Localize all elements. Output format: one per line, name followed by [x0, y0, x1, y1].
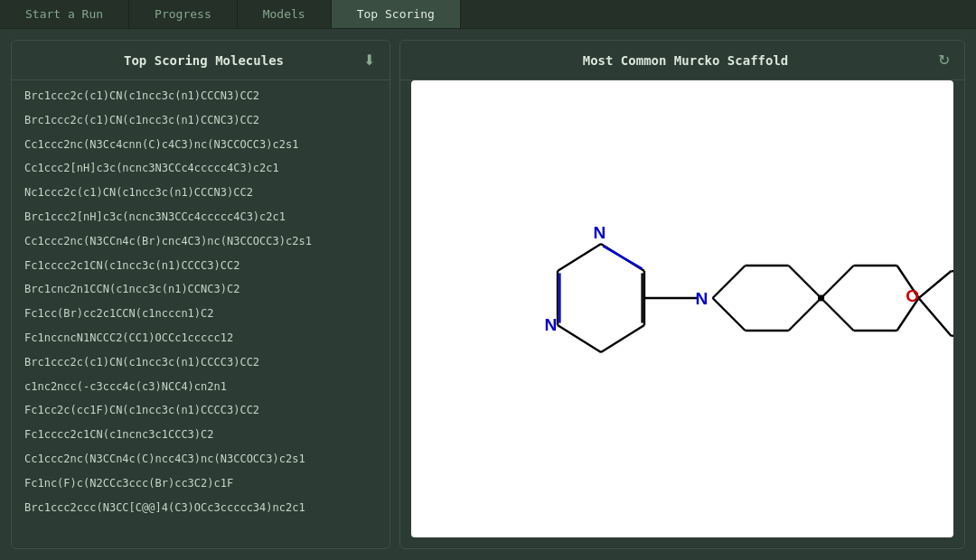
- molecule-item[interactable]: Nc1ccc2c(c1)CN(c1ncc3c(n1)CCCN3)CC2: [12, 181, 389, 205]
- download-icon: ⬇: [363, 51, 375, 69]
- scaffold-svg: N N N: [411, 80, 953, 537]
- molecule-item[interactable]: Cc1ccc2[nH]c3c(ncnc3N3CCc4ccccc4C3)c2c1: [12, 156, 389, 181]
- molecule-item[interactable]: Brc1ccc2c(c1)CN(c1ncc3c(n1)CCNC3)CC2: [12, 108, 389, 133]
- svg-text:O: O: [906, 286, 919, 305]
- svg-line-13: [713, 266, 746, 298]
- molecule-item[interactable]: Cc1ccc2nc(N3CCn4c(C)ncc4C3)nc(N3CCOCC3)c…: [12, 447, 389, 471]
- molecule-item[interactable]: Fc1nc(F)c(N2CCc3ccc(Br)cc3C2)c1F: [12, 471, 389, 496]
- molecule-item[interactable]: Brc1cnc2n1CCN(c1ncc3c(n1)CCNC3)C2: [12, 277, 389, 302]
- molecule-item[interactable]: Brc1ccc2c(c1)CN(c1ncc3c(n1)CCCC3)CC2: [12, 350, 389, 375]
- molecule-item[interactable]: Brc1ccc2ccc(N3CC[C@@]4(C3)OCc3ccccc34)nc…: [12, 496, 389, 520]
- refresh-button[interactable]: ↻: [936, 50, 952, 70]
- left-panel-header: Top Scoring Molecules ⬇: [12, 41, 389, 80]
- svg-line-31: [919, 298, 952, 336]
- molecule-item[interactable]: Brc1ccc2c(c1)CN(c1ncc3c(n1)CCCN3)CC2: [12, 84, 389, 108]
- molecule-item[interactable]: Cc1ccc2nc(N3CCn4c(Br)cnc4C3)nc(N3CCOCC3)…: [12, 229, 389, 254]
- tab-top-scoring[interactable]: Top Scoring: [332, 0, 461, 28]
- molecule-item[interactable]: Fc1cccc2c1CN(c1ncc3c(n1)CCCC3)CC2: [12, 254, 389, 278]
- svg-line-27: [952, 271, 953, 276]
- tab-bar: Start a Run Progress Models Top Scoring: [0, 0, 976, 29]
- main-content: Top Scoring Molecules ⬇ Brc1ccc2c(c1)CN(…: [0, 29, 976, 560]
- scaffold-display: N N N: [411, 80, 953, 537]
- molecule-item[interactable]: Brc1ccc2[nH]c3c(ncnc3N3CCc4ccccc4C3)c2c1: [12, 205, 389, 229]
- molecule-item[interactable]: c1nc2ncc(-c3ccc4c(c3)NCC4)cn2n1: [12, 375, 389, 399]
- svg-line-3: [558, 325, 601, 352]
- tab-start-a-run[interactable]: Start a Run: [0, 0, 129, 28]
- svg-text:N: N: [545, 315, 558, 334]
- svg-line-19: [821, 266, 854, 298]
- svg-line-26: [919, 271, 952, 298]
- svg-line-5: [558, 244, 601, 271]
- svg-point-35: [818, 294, 824, 301]
- svg-text:N: N: [594, 223, 606, 242]
- molecule-item[interactable]: Fc1cccc2c1CN(c1ncnc3c1CCC3)C2: [12, 423, 389, 447]
- right-panel: Most Common Murcko Scaffold ↻: [399, 40, 965, 549]
- svg-line-24: [821, 298, 854, 331]
- refresh-icon: ↻: [938, 51, 950, 69]
- svg-line-18: [713, 298, 746, 331]
- svg-text:N: N: [695, 289, 708, 308]
- svg-line-2: [601, 325, 644, 352]
- left-panel-title: Top Scoring Molecules: [46, 53, 361, 68]
- svg-line-15: [789, 266, 821, 298]
- molecules-list[interactable]: Brc1ccc2c(c1)CN(c1ncc3c(n1)CCCN3)CC2Brc1…: [12, 80, 389, 548]
- left-panel: Top Scoring Molecules ⬇ Brc1ccc2c(c1)CN(…: [11, 40, 390, 549]
- molecule-item[interactable]: Fc1cc2c(cc1F)CN(c1ncc3c(n1)CCCC3)CC2: [12, 398, 389, 423]
- tab-progress[interactable]: Progress: [129, 0, 238, 28]
- tab-models[interactable]: Models: [238, 0, 332, 28]
- molecule-item[interactable]: Fc1nccncN1NCCC2(CC1)OCCc1ccccc12: [12, 326, 389, 350]
- molecule-item[interactable]: Cc1ccc2nc(N3Cc4cnn(C)c4C3)nc(N3CCOCC3)c2…: [12, 133, 389, 157]
- svg-line-16: [789, 298, 821, 331]
- molecule-item[interactable]: Fc1cc(Br)cc2c1CCN(c1ncccn1)C2: [12, 302, 389, 326]
- right-panel-title: Most Common Murcko Scaffold: [435, 53, 936, 68]
- download-button[interactable]: ⬇: [361, 50, 377, 70]
- svg-line-6: [603, 246, 642, 268]
- right-panel-header: Most Common Murcko Scaffold ↻: [400, 41, 964, 80]
